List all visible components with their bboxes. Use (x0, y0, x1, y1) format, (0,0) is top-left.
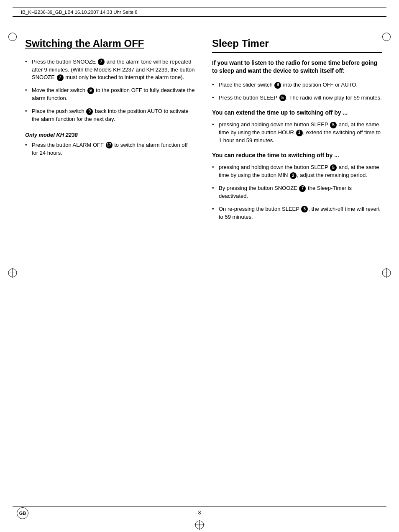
left-section-title: Switching the Alarm OFF (25, 38, 195, 50)
right-section-header: Sleep Timer (212, 38, 382, 53)
left-bullet-list: Press the button SNOOZE 7 and the alarm … (25, 58, 195, 123)
sub-section-title: Only model KH 2238 (25, 132, 195, 138)
bullet-text: Press the button SLEEP 5. The radio will… (219, 95, 382, 101)
list-item: Move the slider switch 9 to the position… (25, 87, 195, 102)
list-item: By pressing the button SNOOZE 7 the Slee… (212, 184, 382, 200)
reg-mark-top-left (8, 33, 17, 41)
left-column: Switching the Alarm OFF Press the button… (25, 38, 195, 226)
page-number: - 8 - (195, 510, 204, 516)
list-item: Press the button SNOOZE 7 and the alarm … (25, 58, 195, 82)
bullet-text: Place the push switch 9 back into the po… (32, 108, 189, 122)
circled-5b: 5 (330, 122, 337, 128)
circled-7c: 7 (299, 185, 306, 192)
reduce-bullet-list: pressing and holding down the button SLE… (212, 164, 382, 221)
circled-2: 2 (290, 172, 297, 179)
circled-9b: 9 (86, 108, 93, 115)
bullet-text: Move the slider switch 9 to the position… (32, 87, 194, 101)
list-item: Place the slider switch 9 into the posit… (212, 81, 382, 89)
bullet-text: pressing and holding down the button SLE… (219, 121, 381, 143)
footer: GB - 8 - (13, 506, 386, 516)
list-item: Press the button ALARM OFF 17 to switch … (25, 141, 195, 157)
list-item: Press the button SLEEP 5. The radio will… (212, 94, 382, 102)
circled-5a: 5 (279, 95, 286, 101)
extend-bullet-list: pressing and holding down the button SLE… (212, 121, 382, 145)
list-item: pressing and holding down the button SLE… (212, 164, 382, 179)
extend-heading: You can extend the time up to switching … (212, 109, 382, 117)
bullet-text: pressing and holding down the button SLE… (219, 164, 379, 178)
main-content: Switching the Alarm OFF Press the button… (25, 38, 382, 226)
intro-bullet-list: Place the slider switch 9 into the posit… (212, 81, 382, 102)
circled-9c: 9 (274, 82, 281, 89)
circled-7: 7 (98, 59, 105, 65)
bullet-text: On re-pressing the button SLEEP 5, the s… (219, 206, 380, 220)
reg-mark-top-right (382, 33, 391, 41)
bullet-text: Press the button SNOOZE 7 and the alarm … (32, 59, 195, 81)
right-section-title: Sleep Timer (212, 38, 382, 50)
list-item: On re-pressing the button SLEEP 5, the s… (212, 205, 382, 221)
crosshair-bottom (194, 520, 205, 531)
crosshair-right (381, 268, 391, 279)
list-item: pressing and holding down the button SLE… (212, 121, 382, 145)
circled-5d: 5 (301, 206, 308, 212)
page: IB_KH2236-39_GB_LB4 16.10.2007 14:33 Uhr… (0, 8, 399, 532)
sub-bullet-list: Press the button ALARM OFF 17 to switch … (25, 141, 195, 157)
bold-intro: If you want to listen to the radio for s… (212, 59, 382, 75)
circled-7b: 7 (57, 74, 64, 81)
footer-gb-badge: GB (17, 507, 28, 519)
bullet-text: Press the button ALARM OFF 17 to switch … (32, 142, 188, 156)
reduce-heading: You can reduce the time to switching off… (212, 151, 382, 160)
header-bar: IB_KH2236-39_GB_LB4 16.10.2007 14:33 Uhr… (13, 8, 386, 17)
circled-1: 1 (296, 130, 303, 136)
bullet-text: Place the slider switch 9 into the posit… (219, 82, 358, 88)
circled-17: 17 (106, 142, 113, 148)
bullet-text: By pressing the button SNOOZE 7 the Slee… (219, 185, 352, 199)
right-column: Sleep Timer If you want to listen to the… (212, 38, 382, 226)
circled-5c: 5 (330, 164, 337, 171)
list-item: Place the push switch 9 back into the po… (25, 107, 195, 123)
crosshair-left (8, 268, 18, 279)
circled-9a: 9 (87, 87, 94, 94)
gb-label: GB (19, 511, 26, 516)
header-text: IB_KH2236-39_GB_LB4 16.10.2007 14:33 Uhr… (21, 10, 138, 15)
